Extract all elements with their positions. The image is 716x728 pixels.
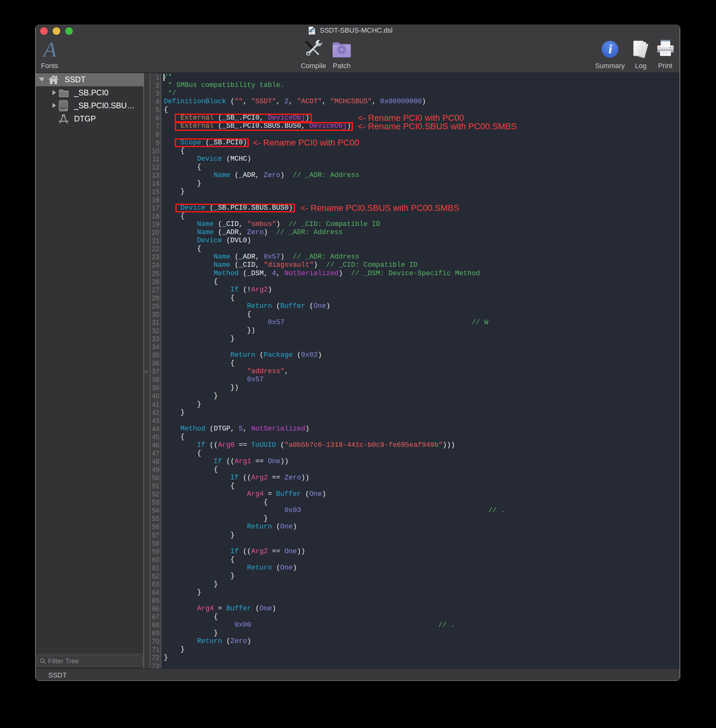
svg-text:i: i bbox=[608, 42, 612, 56]
svg-text:DSL: DSL bbox=[310, 33, 314, 35]
